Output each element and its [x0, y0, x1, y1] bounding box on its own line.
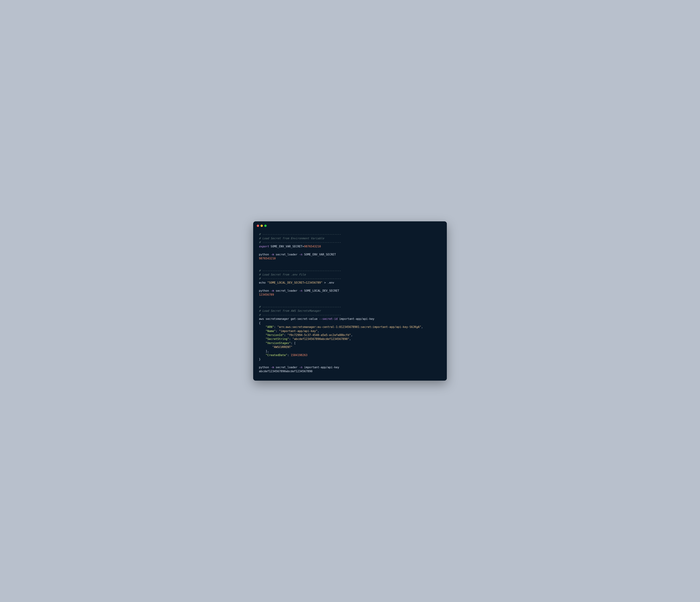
json-colon: : — [288, 354, 291, 357]
cmd-echo: echo — [259, 281, 267, 284]
json-comma: , — [349, 337, 351, 341]
env-var-assignment: SOME_ENV_VAR_SECRET= — [269, 245, 304, 248]
cmd-python: python — [259, 289, 271, 292]
flag-n: -n — [299, 366, 302, 369]
json-key-name: "Name" — [259, 330, 276, 333]
echo-redirect: > .env — [323, 281, 334, 284]
flag-m: -m — [271, 289, 274, 292]
cmd-python: python — [259, 366, 271, 369]
comment-rule: # --------------------------------------… — [259, 313, 341, 317]
json-val-createddate: 1584198263 — [291, 354, 307, 357]
comment-rule: # --------------------------------------… — [259, 277, 341, 280]
comment-title: # Load Secret from Environment Variable — [259, 237, 324, 240]
cmd-module: secret_loader — [274, 366, 299, 369]
json-val-arn: "arn:aws:secretsmanager:eu-central-1:012… — [277, 326, 421, 329]
json-colon: : — [274, 326, 277, 329]
json-array-open: : [ — [291, 341, 296, 345]
json-array-close: ], — [259, 350, 269, 353]
json-comma: , — [318, 330, 319, 333]
flag-n: -n — [299, 289, 302, 292]
flag-n: -n — [299, 253, 302, 256]
titlebar — [253, 221, 447, 229]
cmd-aws: aws secretsmanager get-secret-value — [259, 317, 319, 320]
terminal-window: # --------------------------------------… — [253, 221, 447, 381]
cmd-output: 123456789 — [259, 293, 274, 296]
json-colon: : — [276, 330, 279, 333]
cmd-arg: SOME_ENV_VAR_SECRET — [302, 253, 336, 256]
close-icon[interactable] — [257, 224, 259, 227]
json-brace: { — [259, 321, 260, 325]
json-comma: , — [351, 334, 352, 337]
json-brace: } — [259, 358, 260, 361]
cmd-arg: important-app/api-key — [338, 317, 374, 320]
maximize-icon[interactable] — [264, 224, 267, 227]
flag-secret-id: --secret-id — [319, 317, 338, 320]
json-key-createddate: "CreatedDate" — [259, 354, 288, 357]
json-val-versionid: "f0c72994-5c37-4540-a5e5-ec2afa88bcfd" — [288, 334, 351, 337]
comment-rule: # --------------------------------------… — [259, 233, 341, 236]
minimize-icon[interactable] — [260, 224, 263, 227]
json-val-name: "important-app/api-key" — [279, 330, 318, 333]
cmd-arg: important-app/api-key — [302, 366, 339, 369]
json-key-secretstring: "SecretString" — [259, 337, 289, 341]
echo-string: "SOME_LOCAL_DEV_SECRET=123456789" — [267, 281, 323, 284]
json-val-secretstring: "abcdef1234567890abcdef1234567890" — [293, 337, 349, 341]
comment-rule: # --------------------------------------… — [259, 241, 341, 244]
json-array-item: "AWSCURRENT" — [259, 345, 293, 349]
json-key-arn: "ARN" — [259, 326, 274, 329]
comment-rule: # --------------------------------------… — [259, 305, 341, 309]
flag-m: -m — [271, 253, 274, 256]
cmd-output: abcdef1234567890abcdef1234567890 — [259, 370, 312, 373]
json-colon: : — [284, 334, 288, 337]
json-key-versionid: "VersionId" — [259, 334, 284, 337]
cmd-python: python — [259, 253, 271, 256]
cmd-module: secret_loader — [274, 289, 299, 292]
json-colon: : — [289, 337, 293, 341]
terminal-content[interactable]: # --------------------------------------… — [253, 229, 447, 381]
env-var-value: 9876543210 — [304, 245, 321, 248]
json-comma: , — [421, 326, 423, 329]
comment-rule: # --------------------------------------… — [259, 269, 341, 272]
comment-title: # Load Secret from .env File — [259, 273, 306, 276]
cmd-arg: SOME_LOCAL_DEV_SECRET — [302, 289, 339, 292]
comment-title: # Load Secret from AWS SecretsManager — [259, 309, 321, 312]
cmd-module: secret_loader — [274, 253, 299, 256]
cmd-output: 9876543210 — [259, 257, 276, 260]
flag-m: -m — [271, 366, 274, 369]
keyword-export: export — [259, 245, 269, 248]
json-key-versionstages: "VersionStages" — [259, 341, 291, 345]
